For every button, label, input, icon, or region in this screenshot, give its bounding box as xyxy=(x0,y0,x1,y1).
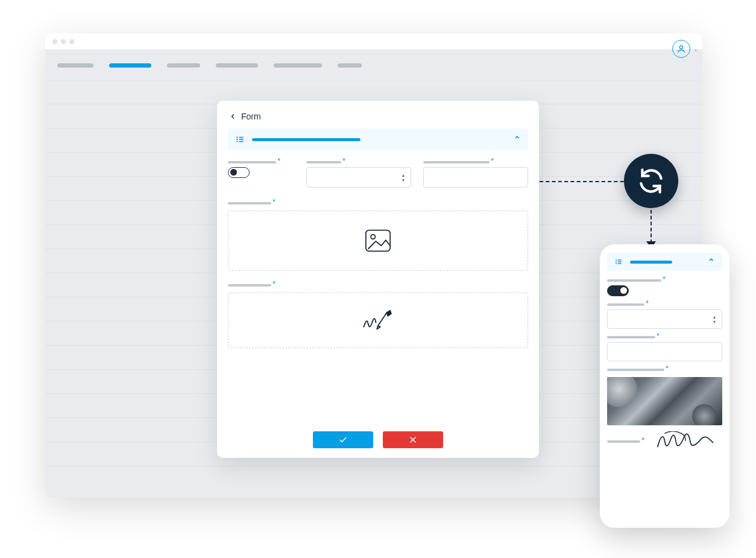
sync-icon xyxy=(636,166,666,196)
user-avatar[interactable] xyxy=(672,40,690,58)
check-icon xyxy=(338,436,348,444)
nav-item[interactable] xyxy=(274,63,322,68)
select-input[interactable]: ▴▾ xyxy=(607,309,722,329)
window-chrome xyxy=(45,33,702,49)
field-label: * xyxy=(607,369,722,371)
chevron-up-icon[interactable]: ⌃ xyxy=(708,257,715,267)
signature-row: * xyxy=(607,431,722,452)
user-icon xyxy=(676,44,686,54)
cancel-button[interactable] xyxy=(383,431,443,448)
sync-connector xyxy=(650,210,652,243)
text-input[interactable] xyxy=(423,167,528,188)
field-label: * xyxy=(306,161,411,163)
chevron-up-icon[interactable]: ⌃ xyxy=(514,135,521,144)
svg-point-3 xyxy=(236,141,238,142)
svg-point-0 xyxy=(679,46,682,49)
nav-item[interactable] xyxy=(57,63,93,68)
svg-rect-5 xyxy=(239,139,244,140)
image-dropzone[interactable] xyxy=(228,211,528,271)
field-label: * xyxy=(607,336,722,338)
form-modal: Form ⌃ * * ▴▾ * * xyxy=(217,101,539,458)
svg-rect-15 xyxy=(618,259,622,261)
chevron-left-icon xyxy=(229,112,236,121)
select-arrows-icon: ▴▾ xyxy=(713,315,716,324)
signature-image xyxy=(650,431,722,452)
toggle-switch-on[interactable] xyxy=(607,285,629,296)
image-icon xyxy=(365,229,391,253)
section-title xyxy=(630,261,672,264)
svg-point-12 xyxy=(616,259,617,261)
section-header[interactable]: ⌃ xyxy=(228,128,528,150)
uploaded-image[interactable] xyxy=(607,377,722,425)
sync-connector xyxy=(540,181,630,182)
svg-point-8 xyxy=(371,235,375,239)
back-button[interactable] xyxy=(229,112,236,121)
field-label: * xyxy=(228,202,528,204)
window-dot xyxy=(61,39,66,44)
form-actions xyxy=(228,420,528,448)
confirm-button[interactable] xyxy=(313,431,373,448)
list-icon xyxy=(614,258,623,265)
nav-item[interactable] xyxy=(167,63,200,68)
svg-rect-6 xyxy=(239,141,244,142)
x-icon xyxy=(409,436,417,444)
list-icon xyxy=(235,135,245,144)
toggle-switch[interactable] xyxy=(228,167,250,178)
svg-rect-4 xyxy=(239,137,244,138)
avatar-caret-icon: ▾ xyxy=(695,48,697,53)
section-title xyxy=(252,138,361,141)
field-label: * xyxy=(607,279,722,282)
nav-item-active[interactable] xyxy=(109,63,151,68)
field-label: * xyxy=(607,303,722,306)
window-dot xyxy=(69,39,74,44)
section-header[interactable]: ⌃ xyxy=(607,253,722,271)
svg-point-13 xyxy=(616,261,617,262)
field-label: * xyxy=(228,284,528,287)
svg-rect-16 xyxy=(618,261,622,262)
phone-mockup: ⌃ * * ▴▾ * * * xyxy=(600,244,729,528)
form-title: Form xyxy=(241,112,261,121)
svg-rect-17 xyxy=(618,263,622,264)
nav-item[interactable] xyxy=(338,63,362,68)
sync-badge xyxy=(624,154,678,208)
signature-dropzone[interactable] xyxy=(228,293,528,348)
select-arrows-icon: ▴▾ xyxy=(402,173,405,182)
select-input[interactable]: ▴▾ xyxy=(306,167,411,188)
nav-item[interactable] xyxy=(216,63,258,68)
svg-point-1 xyxy=(236,136,238,138)
field-label: * xyxy=(228,161,294,163)
form-row-1: * * ▴▾ * xyxy=(228,161,528,188)
text-input[interactable] xyxy=(607,342,722,361)
app-nav: ▾ xyxy=(45,49,702,81)
svg-point-2 xyxy=(236,139,238,140)
field-label: * xyxy=(423,161,528,163)
svg-point-14 xyxy=(616,263,617,264)
signature-icon xyxy=(361,308,395,332)
window-dot xyxy=(52,39,57,44)
form-title-row: Form xyxy=(228,112,528,128)
